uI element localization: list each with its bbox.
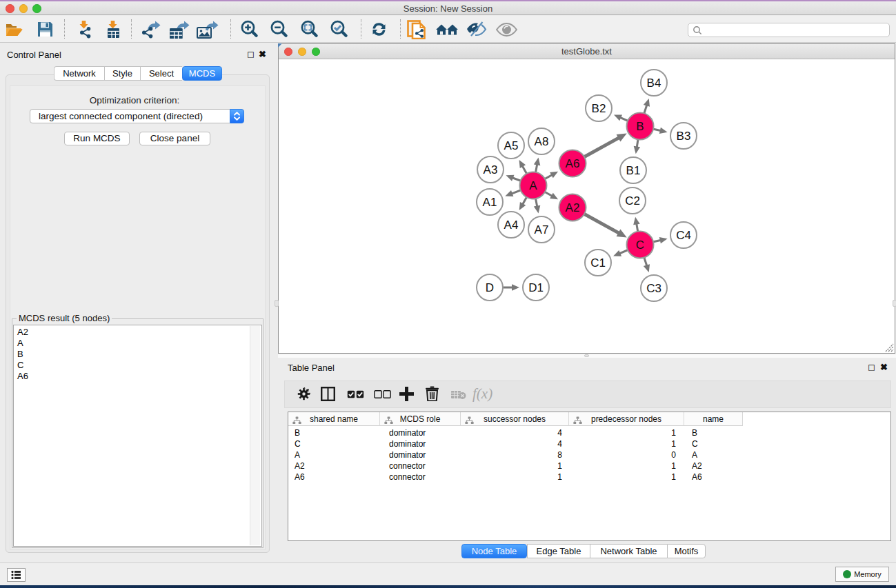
- svg-text:B1: B1: [626, 164, 641, 177]
- svg-text:C: C: [636, 239, 644, 252]
- svg-text:A: A: [529, 179, 537, 192]
- svg-text:D: D: [486, 281, 494, 294]
- svg-text:A1: A1: [483, 196, 497, 209]
- svg-text:A3: A3: [484, 163, 498, 176]
- svg-text:C4: C4: [676, 229, 691, 242]
- svg-text:A4: A4: [504, 219, 519, 232]
- svg-text:A6: A6: [566, 157, 580, 170]
- svg-text:D1: D1: [528, 281, 544, 294]
- svg-text:C1: C1: [590, 256, 606, 270]
- svg-text:A8: A8: [535, 135, 549, 148]
- svg-text:C3: C3: [646, 282, 661, 295]
- svg-text:B2: B2: [592, 102, 606, 115]
- svg-text:C2: C2: [625, 194, 640, 207]
- svg-text:B4: B4: [647, 77, 661, 90]
- svg-text:A7: A7: [535, 223, 549, 236]
- svg-text:A5: A5: [504, 139, 519, 152]
- svg-text:B3: B3: [677, 130, 691, 143]
- svg-text:A2: A2: [566, 201, 580, 214]
- svg-text:B: B: [636, 120, 644, 133]
